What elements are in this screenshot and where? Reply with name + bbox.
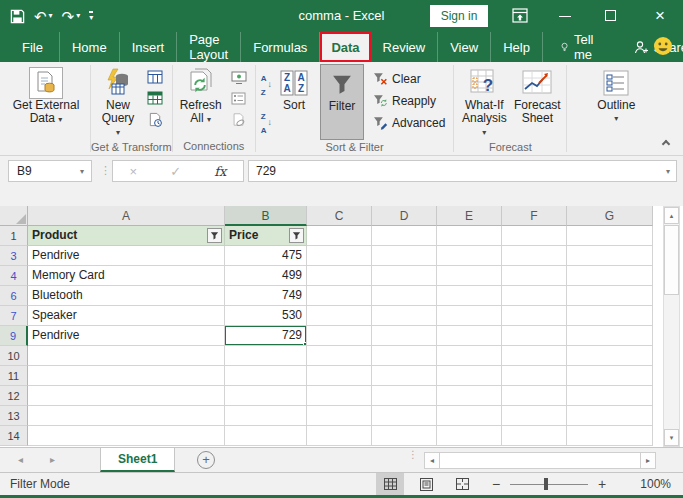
cell[interactable]: [502, 326, 567, 346]
cell[interactable]: [372, 426, 437, 446]
previous-sheet-button[interactable]: ◂: [18, 448, 23, 472]
group-label-forecast[interactable]: Forecast: [454, 140, 566, 155]
confirm-entry-button[interactable]: ✓: [170, 164, 181, 179]
connections-button[interactable]: [228, 68, 250, 86]
cell[interactable]: [28, 386, 225, 406]
redo-caret-icon[interactable]: ▾: [76, 12, 80, 20]
cell[interactable]: [307, 286, 372, 306]
customize-qat-icon[interactable]: ▾: [89, 11, 93, 22]
cell[interactable]: [502, 426, 567, 446]
cell[interactable]: [28, 346, 225, 366]
redo-button[interactable]: ↷▾: [62, 9, 81, 24]
collapse-ribbon-button[interactable]: [662, 138, 671, 147]
cell[interactable]: [372, 226, 437, 246]
cell[interactable]: [307, 306, 372, 326]
cell[interactable]: [372, 346, 437, 366]
tab-help[interactable]: Help: [491, 32, 543, 62]
maximize-button[interactable]: [594, 0, 628, 32]
cell[interactable]: [567, 306, 653, 326]
new-query-button[interactable]: New Query ▾: [94, 64, 142, 140]
row-number[interactable]: 12: [0, 386, 28, 406]
recent-sources-button[interactable]: [144, 110, 166, 128]
cell[interactable]: [225, 426, 307, 446]
zoom-slider-track[interactable]: [510, 484, 588, 485]
zoom-in-button[interactable]: +: [594, 473, 610, 495]
cell[interactable]: [502, 266, 567, 286]
undo-button[interactable]: ↶▾: [34, 9, 53, 24]
feedback-smiley-icon[interactable]: [653, 36, 673, 56]
row-number[interactable]: 1: [0, 226, 28, 246]
cell[interactable]: [28, 406, 225, 426]
column-header-b[interactable]: B: [225, 206, 307, 226]
cell[interactable]: [307, 346, 372, 366]
cell[interactable]: [567, 406, 653, 426]
page-break-view-button[interactable]: [448, 473, 476, 495]
horizontal-scrollbar-thumb[interactable]: [440, 452, 640, 469]
cell[interactable]: [225, 366, 307, 386]
cell[interactable]: [307, 226, 372, 246]
show-queries-button[interactable]: [144, 68, 166, 86]
cell[interactable]: [437, 406, 502, 426]
zoom-slider-thumb[interactable]: [544, 478, 548, 490]
forecast-sheet-button[interactable]: Forecast Sheet: [511, 64, 563, 140]
cell[interactable]: [437, 286, 502, 306]
price-filter-button[interactable]: [289, 228, 304, 243]
cell[interactable]: [372, 246, 437, 266]
cell[interactable]: [567, 346, 653, 366]
cell[interactable]: [502, 386, 567, 406]
sheet-tab-sheet1[interactable]: Sheet1: [100, 448, 175, 472]
group-label-sort-filter[interactable]: Sort & Filter: [256, 140, 454, 155]
page-layout-view-button[interactable]: [412, 473, 440, 495]
sort-z-to-a-button[interactable]: ZA↓: [261, 108, 272, 136]
close-button[interactable]: ×: [642, 0, 678, 32]
cell[interactable]: [437, 386, 502, 406]
sign-in-button[interactable]: Sign in: [430, 5, 488, 27]
horizontal-scrollbar[interactable]: ◂ ▸: [424, 452, 656, 469]
cell[interactable]: [502, 286, 567, 306]
cell[interactable]: [307, 266, 372, 286]
cell[interactable]: [437, 346, 502, 366]
cell-b6[interactable]: 749: [225, 286, 307, 306]
cell[interactable]: [567, 286, 653, 306]
cell[interactable]: [437, 266, 502, 286]
cell[interactable]: [307, 406, 372, 426]
sort-a-to-z-button[interactable]: AZ↓: [261, 70, 272, 98]
filter-button[interactable]: Filter: [320, 64, 364, 140]
cell[interactable]: [372, 266, 437, 286]
tab-review[interactable]: Review: [371, 32, 439, 62]
cell[interactable]: [372, 286, 437, 306]
column-header-f[interactable]: F: [502, 206, 567, 226]
cell[interactable]: [372, 366, 437, 386]
tab-formulas[interactable]: Formulas: [241, 32, 320, 62]
column-header-c[interactable]: C: [307, 206, 372, 226]
cell[interactable]: [437, 246, 502, 266]
zoom-out-button[interactable]: −: [488, 473, 504, 495]
vertical-scrollbar-thumb[interactable]: [664, 225, 679, 295]
cell[interactable]: [437, 366, 502, 386]
cell[interactable]: [307, 246, 372, 266]
selected-cell-b9[interactable]: 729: [225, 326, 307, 346]
cell[interactable]: [567, 246, 653, 266]
name-box[interactable]: B9 ▾: [8, 160, 92, 182]
group-label-connections[interactable]: Connections: [173, 139, 255, 155]
cell[interactable]: [28, 426, 225, 446]
cell-a4[interactable]: Memory Card: [28, 266, 225, 286]
cell[interactable]: [502, 306, 567, 326]
cell-b4[interactable]: 499: [225, 266, 307, 286]
properties-button[interactable]: [228, 89, 250, 107]
cell[interactable]: [502, 346, 567, 366]
cell[interactable]: [567, 366, 653, 386]
save-icon[interactable]: [10, 9, 25, 24]
cell[interactable]: [502, 406, 567, 426]
new-sheet-button[interactable]: +: [197, 451, 215, 469]
cell[interactable]: [225, 386, 307, 406]
cell-b7[interactable]: 530: [225, 306, 307, 326]
cell[interactable]: [437, 326, 502, 346]
row-number[interactable]: 11: [0, 366, 28, 386]
cell[interactable]: [372, 326, 437, 346]
cell[interactable]: [372, 406, 437, 426]
column-header-e[interactable]: E: [437, 206, 502, 226]
cell[interactable]: [502, 246, 567, 266]
cell-a1[interactable]: Product: [28, 226, 225, 246]
expand-formula-bar-icon[interactable]: ▾: [660, 167, 676, 176]
